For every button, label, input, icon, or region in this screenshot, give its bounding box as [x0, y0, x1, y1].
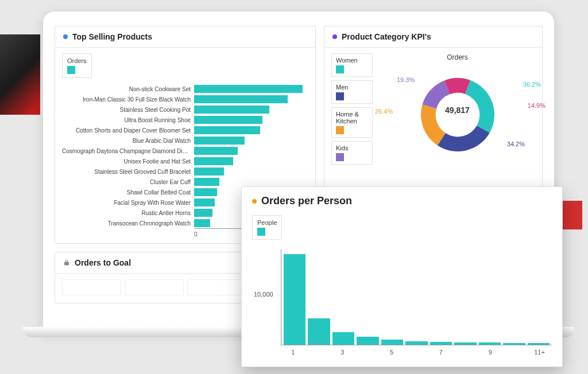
bar-row: Cluster Ear Cuff	[62, 177, 308, 187]
bar-row: Blue Arabic Dial Watch	[62, 135, 308, 146]
kpi-legend: WomenMenHome & KitchenKids	[331, 53, 373, 165]
dot-icon	[63, 34, 68, 39]
histogram-bars	[281, 249, 552, 345]
kpi-legend-item: Kids	[331, 141, 373, 165]
bar-track	[194, 178, 308, 186]
histogram-bar	[430, 342, 452, 345]
x-tick: 11+	[527, 349, 552, 356]
legend-people: People	[252, 215, 282, 240]
bar-label: Facial Spray With Rose Water	[62, 200, 194, 206]
bar-track	[194, 167, 308, 176]
bar-label: Stainless Steel Grooved Cuff Bracelet	[62, 169, 194, 175]
histogram-bar	[332, 332, 354, 345]
bar-fill	[194, 219, 210, 227]
bar-track	[194, 147, 308, 155]
x-tick	[502, 349, 527, 356]
legend-orders: Orders	[62, 53, 92, 78]
bar-label: Non-stick Cookware Set	[62, 86, 194, 92]
x-tick: 3	[330, 349, 355, 356]
kpi-legend-label: Women	[336, 57, 368, 64]
bar-label: Iron-Man Classic 30 Full Size Black Watc…	[62, 96, 194, 103]
goal-slot	[187, 279, 246, 295]
x-tick	[305, 349, 330, 356]
bar-row: Unisex Footie and Hat Set	[62, 156, 308, 166]
histogram-area: 10,000	[281, 249, 552, 345]
bar-label: Unisex Footie and Hat Set	[62, 158, 194, 165]
legend-label: Orders	[67, 57, 87, 64]
histogram-bar	[454, 342, 476, 345]
pct-label: 34.2%	[507, 141, 525, 147]
bar-fill	[194, 178, 219, 186]
bar-fill	[194, 85, 303, 93]
donut-wrap: Orders 49,817 36.2% 34.2% 26.4% 19.3% 14…	[380, 53, 535, 165]
bar-fill	[194, 147, 238, 155]
legend-swatch-icon	[257, 228, 265, 236]
lock-icon	[63, 259, 70, 266]
background-shadow-block	[0, 34, 40, 115]
panel-header: Orders per Person	[242, 187, 562, 215]
histogram-bar	[381, 340, 403, 345]
kpi-legend-label: Home & Kitchen	[336, 111, 368, 124]
bar-row: Cotton Shorts and Diaper Cover Bloomer S…	[62, 125, 308, 135]
bar-track	[194, 137, 308, 145]
kpi-swatch-icon	[336, 92, 344, 100]
bar-fill	[194, 198, 215, 207]
panel-header: Top Selling Products	[55, 26, 315, 48]
x-tick: 9	[478, 349, 502, 356]
legend-swatch-icon	[67, 66, 75, 74]
bar-label: Blue Arabic Dial Watch	[62, 138, 194, 144]
kpi-swatch-icon	[336, 126, 344, 134]
bar-fill	[194, 116, 262, 124]
bar-label: Ultra Boost Running Shoe	[62, 117, 194, 123]
kpi-legend-label: Kids	[336, 145, 368, 151]
bar-track	[194, 126, 308, 134]
bar-label: Stainless Steel Cooking Pot	[62, 107, 194, 113]
bar-label: Shawl Collar Belted Coat	[62, 189, 194, 196]
pct-label: 36.2%	[523, 81, 541, 88]
kpi-legend-item: Men	[331, 80, 373, 104]
dot-icon	[332, 34, 337, 39]
histogram-bar	[479, 342, 501, 345]
x-tick	[453, 349, 478, 356]
bar-fill	[194, 126, 260, 134]
histogram-bar	[357, 337, 378, 345]
pct-label: 26.4%	[375, 108, 393, 115]
panel-title: Product Category KPI's	[342, 32, 431, 41]
category-kpi-panel: Product Category KPI's WomenMenHome & Ki…	[324, 26, 543, 209]
bar-row: Iron-Man Classic 30 Full Size Black Watc…	[62, 94, 308, 104]
bar-track	[194, 116, 308, 124]
bar-track	[194, 95, 308, 103]
bar-label: Cluster Ear Cuff	[62, 179, 194, 185]
bar-fill	[194, 167, 224, 176]
dot-icon	[252, 199, 257, 204]
histogram-bar	[308, 318, 330, 345]
bar-fill	[194, 188, 217, 196]
legend-label: People	[257, 219, 277, 226]
bar-fill	[194, 137, 245, 145]
histogram-bar	[503, 343, 525, 345]
pct-label: 19.3%	[397, 76, 415, 83]
kpi-legend-item: Home & Kitchen	[331, 107, 373, 138]
bar-row: Stainless Steel Grooved Cuff Bracelet	[62, 166, 308, 177]
kpi-legend-item: Women	[331, 53, 373, 77]
bar-track	[194, 157, 308, 165]
pct-label: 14.9%	[528, 102, 546, 109]
panel-title: Top Selling Products	[72, 32, 152, 41]
bar-fill	[194, 95, 288, 103]
bar-row: Ultra Boost Running Shoe	[62, 115, 308, 125]
bar-fill	[194, 209, 212, 217]
bar-track	[194, 85, 308, 93]
kpi-swatch-icon	[336, 153, 344, 161]
histogram-bar	[405, 341, 427, 345]
x-axis: 1357911+	[281, 345, 552, 356]
panel-header: Product Category KPI's	[324, 26, 542, 48]
donut-title: Orders	[447, 53, 468, 61]
bar-fill	[194, 106, 269, 114]
x-tick: 0	[194, 231, 198, 237]
kpi-body: WomenMenHome & KitchenKids Orders 49,817…	[324, 48, 542, 170]
x-tick: 1	[281, 349, 305, 356]
histogram-bar	[284, 254, 305, 345]
kpi-swatch-icon	[336, 65, 344, 73]
x-tick: 5	[380, 349, 404, 356]
goal-slot	[62, 279, 121, 295]
